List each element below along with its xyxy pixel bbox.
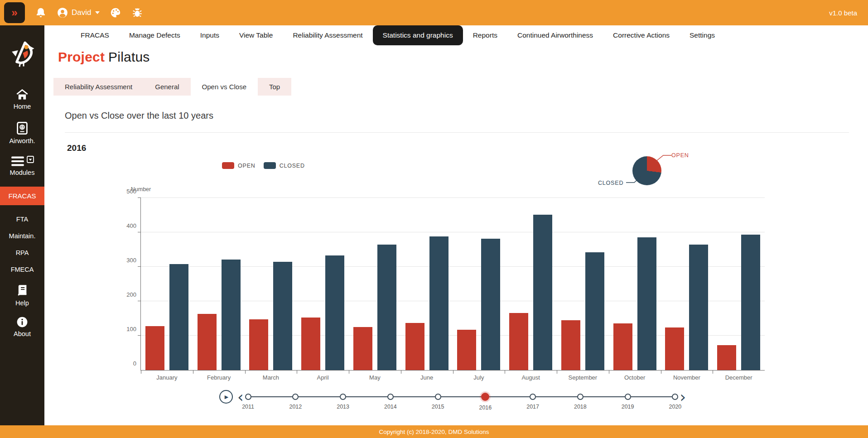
sidebar-item-rpa[interactable]: RPA bbox=[0, 249, 44, 256]
timeline-dot[interactable] bbox=[435, 394, 441, 400]
bar-open[interactable] bbox=[665, 327, 684, 370]
bar-group-december: December bbox=[713, 198, 765, 370]
open-closed-pie-chart: OPEN CLOSED bbox=[588, 150, 724, 193]
sidebar-item-label: RPA bbox=[16, 249, 29, 256]
nav-tab-manage-defects[interactable]: Manage Defects bbox=[119, 25, 190, 45]
sidebar-item-fmeca[interactable]: FMECA bbox=[0, 266, 44, 273]
subtab-top[interactable]: Top bbox=[258, 78, 291, 96]
nav-tab-reports[interactable]: Reports bbox=[463, 25, 507, 45]
bar-open[interactable] bbox=[145, 326, 164, 370]
legend-item-closed[interactable]: CLOSED bbox=[264, 162, 305, 169]
timeline-dot[interactable] bbox=[292, 394, 299, 400]
legend-item-open[interactable]: OPEN bbox=[222, 162, 256, 169]
main-content: FRACAS Manage Defects Inputs View Table … bbox=[44, 25, 868, 425]
help-book-icon bbox=[16, 284, 28, 297]
timeline-dot[interactable] bbox=[245, 394, 251, 400]
timeline-dot[interactable] bbox=[672, 394, 678, 400]
sidebar-item-about[interactable]: About bbox=[0, 316, 44, 337]
nav-tab-reliability-assessment[interactable]: Reliability Assessment bbox=[283, 25, 372, 45]
bar-open[interactable] bbox=[717, 345, 736, 370]
sidebar-item-maintain[interactable]: Maintain. bbox=[0, 232, 44, 240]
bar-closed[interactable] bbox=[377, 245, 396, 370]
timeline-dot[interactable] bbox=[340, 394, 346, 400]
double-chevron-icon: » bbox=[11, 6, 17, 19]
y-tick bbox=[138, 232, 141, 232]
chart-legend: OPEN CLOSED bbox=[222, 162, 305, 169]
bar-closed[interactable] bbox=[325, 255, 344, 370]
user-menu[interactable]: David bbox=[57, 7, 100, 19]
x-tick-label: March bbox=[245, 374, 297, 381]
sidebar-item-modules[interactable]: Modules bbox=[0, 156, 44, 176]
bar-group-march: March bbox=[245, 198, 297, 370]
bar-open[interactable] bbox=[249, 319, 268, 370]
debug-button[interactable] bbox=[131, 7, 143, 19]
timeline-year-label: 2019 bbox=[614, 404, 641, 410]
nav-tab-statistics-and-graphics[interactable]: Statistics and graphics bbox=[373, 25, 463, 45]
sidebar-item-help[interactable]: Help bbox=[0, 284, 44, 307]
bar-group-june: June bbox=[401, 198, 453, 370]
bar-open[interactable] bbox=[509, 313, 528, 370]
info-icon bbox=[16, 316, 28, 328]
x-tick-label: September bbox=[557, 374, 609, 381]
sidebar-item-label: FMECA bbox=[11, 266, 34, 273]
bar-closed[interactable] bbox=[222, 260, 241, 370]
bar-open[interactable] bbox=[561, 320, 580, 370]
legend-label: OPEN bbox=[238, 163, 256, 169]
nav-tab-fracas[interactable]: FRACAS bbox=[71, 25, 119, 45]
subtab-reliability-assessment[interactable]: Reliability Assessment bbox=[53, 78, 144, 96]
bar-closed[interactable] bbox=[429, 236, 448, 370]
modules-dropdown-icon bbox=[27, 156, 34, 163]
bar-open[interactable] bbox=[613, 323, 632, 370]
sidebar-item-airworthiness[interactable]: Airworth. bbox=[0, 121, 44, 144]
timeline-stop-2020: 2020 bbox=[661, 388, 689, 410]
bar-open[interactable] bbox=[405, 323, 424, 370]
play-icon: ▶ bbox=[225, 394, 228, 400]
timeline-year-label: 2018 bbox=[567, 404, 594, 410]
palette-icon bbox=[110, 7, 121, 19]
bar-open[interactable] bbox=[353, 327, 372, 370]
sidebar-item-home[interactable]: Home bbox=[0, 89, 44, 110]
nav-tab-settings[interactable]: Settings bbox=[680, 25, 725, 45]
bar-closed[interactable] bbox=[585, 252, 604, 370]
timeline-dot[interactable] bbox=[481, 393, 489, 401]
bar-closed[interactable] bbox=[169, 264, 188, 370]
footer: Copyright (c) 2018-2020, DMD Solutions bbox=[0, 425, 868, 438]
nav-tab-continued-airworthiness[interactable]: Continued Airworthiness bbox=[507, 25, 603, 45]
timeline-year-label: 2013 bbox=[329, 404, 357, 410]
bar-closed[interactable] bbox=[741, 235, 760, 370]
sidebar-item-fta[interactable]: FTA bbox=[0, 216, 44, 223]
nav-tab-corrective-actions[interactable]: Corrective Actions bbox=[603, 25, 680, 45]
app-logo-bird bbox=[5, 37, 39, 72]
timeline-year-label: 2016 bbox=[472, 404, 499, 411]
sidebar-toggle-button[interactable]: » bbox=[4, 2, 25, 23]
bar-open[interactable] bbox=[457, 330, 476, 370]
sidebar-item-label: About bbox=[14, 330, 31, 337]
bar-closed[interactable] bbox=[481, 239, 500, 370]
theme-button[interactable] bbox=[110, 7, 121, 19]
timeline-year-label: 2012 bbox=[282, 404, 309, 410]
notifications-button[interactable] bbox=[35, 7, 47, 19]
x-tick-label: February bbox=[193, 374, 245, 381]
nav-tab-inputs[interactable]: Inputs bbox=[190, 25, 229, 45]
bar-closed[interactable] bbox=[689, 245, 708, 370]
x-tick-label: June bbox=[401, 374, 453, 381]
bar-closed[interactable] bbox=[637, 237, 656, 370]
bar-closed[interactable] bbox=[273, 262, 292, 370]
timeline-dot[interactable] bbox=[577, 394, 583, 400]
timeline-dot[interactable] bbox=[625, 394, 631, 400]
timeline-dot[interactable] bbox=[387, 394, 394, 400]
year-timeline: ▶ ‹ 2011 2012 2013 2014 2015 2016 201 bbox=[219, 388, 690, 417]
play-button[interactable]: ▶ bbox=[219, 390, 233, 404]
bar-closed[interactable] bbox=[533, 215, 552, 370]
pie[interactable] bbox=[632, 156, 661, 185]
bar-open[interactable] bbox=[198, 314, 217, 370]
bar-open[interactable] bbox=[301, 318, 320, 370]
sidebar-item-label: Airworth. bbox=[9, 137, 35, 144]
sidebar-item-fracas[interactable]: FRACAS bbox=[0, 187, 44, 205]
nav-tab-view-table[interactable]: View Table bbox=[229, 25, 283, 45]
timeline-dot[interactable] bbox=[530, 394, 536, 400]
subtab-open-vs-close[interactable]: Open vs Close bbox=[191, 78, 258, 96]
x-tick-label: October bbox=[609, 374, 661, 381]
timeline-year-label: 2015 bbox=[424, 404, 452, 410]
subtab-general[interactable]: General bbox=[144, 78, 190, 96]
